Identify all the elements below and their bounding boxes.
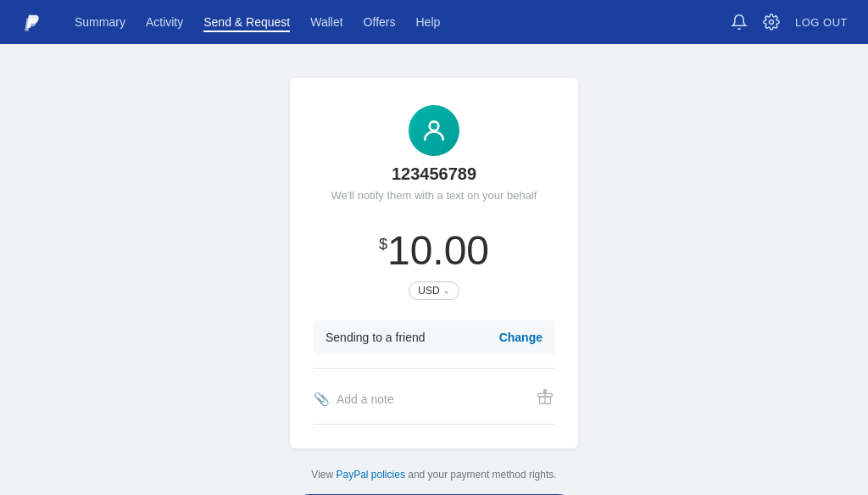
- chevron-down-icon: ⌄: [443, 286, 450, 295]
- nav-link-send-request[interactable]: Send & Request: [203, 15, 290, 32]
- avatar: [409, 105, 459, 156]
- policy-text: View PayPal policies and your payment me…: [311, 469, 556, 481]
- policy-suffix: and your payment method rights.: [405, 469, 557, 481]
- paypal-logo: [20, 10, 44, 34]
- notification-button[interactable]: [731, 14, 748, 31]
- main-content: 123456789 We'll notify them with a text …: [0, 44, 868, 495]
- nav-link-offers[interactable]: Offers: [364, 15, 396, 31]
- currency-selector: USD ⌄: [314, 281, 554, 300]
- nav-link-summary[interactable]: Summary: [75, 15, 125, 31]
- note-row: 📎 Add a note: [314, 382, 554, 424]
- nav-item-send-request[interactable]: Send & Request: [203, 14, 290, 30]
- nav-item-wallet[interactable]: Wallet: [310, 14, 342, 30]
- note-left: 📎 Add a note: [314, 392, 394, 407]
- footer-area: View PayPal policies and your payment me…: [290, 469, 578, 495]
- sending-label: Sending to a friend: [326, 331, 426, 344]
- amount-value: 10.00: [387, 231, 489, 271]
- paypal-policies-link[interactable]: PayPal policies: [337, 469, 405, 481]
- recipient-name: 123456789: [392, 164, 476, 184]
- nav-item-activity[interactable]: Activity: [146, 14, 183, 30]
- person-icon: [420, 117, 448, 144]
- gift-icon[interactable]: [536, 387, 554, 410]
- currency-button[interactable]: USD ⌄: [409, 281, 459, 300]
- nav-item-help[interactable]: Help: [415, 14, 440, 30]
- divider-1: [314, 368, 554, 369]
- sending-row: Sending to a friend Change: [314, 320, 554, 354]
- nav-link-activity[interactable]: Activity: [146, 15, 183, 31]
- notify-text: We'll notify them with a text on your be…: [331, 189, 537, 202]
- nav-item-offers[interactable]: Offers: [364, 14, 396, 30]
- change-button[interactable]: Change: [499, 331, 542, 344]
- svg-point-0: [769, 20, 773, 25]
- currency-symbol: $: [379, 236, 387, 253]
- svg-point-1: [430, 121, 439, 131]
- amount-container: $ 10.00: [314, 231, 554, 271]
- note-placeholder[interactable]: Add a note: [337, 392, 394, 406]
- card-header: 123456789 We'll notify them with a text …: [314, 105, 554, 217]
- navbar: Summary Activity Send & Request Wallet O…: [0, 0, 868, 44]
- navbar-right: LOG OUT: [731, 14, 848, 31]
- divider-2: [314, 424, 554, 425]
- gear-icon: [763, 14, 780, 31]
- settings-button[interactable]: [763, 14, 780, 31]
- bell-icon: [731, 14, 748, 31]
- nav-link-wallet[interactable]: Wallet: [310, 15, 342, 31]
- nav-links: Summary Activity Send & Request Wallet O…: [75, 14, 707, 30]
- payment-card: 123456789 We'll notify them with a text …: [290, 78, 578, 448]
- nav-item-summary[interactable]: Summary: [75, 14, 125, 30]
- nav-link-help[interactable]: Help: [415, 15, 440, 31]
- currency-code: USD: [418, 285, 439, 297]
- logout-button[interactable]: LOG OUT: [795, 16, 848, 29]
- paperclip-icon: 📎: [314, 392, 330, 407]
- policy-prefix: View: [311, 469, 336, 481]
- gift-svg: [536, 387, 554, 406]
